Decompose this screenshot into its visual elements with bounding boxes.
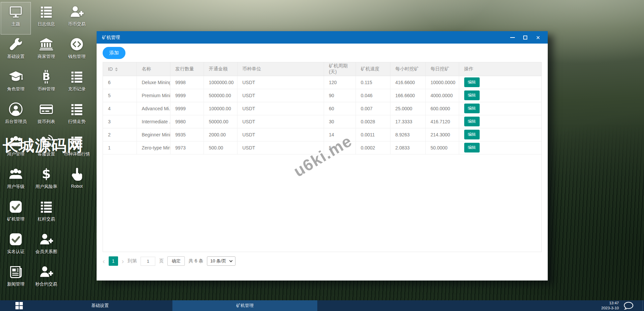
desktop-icon-coin-trade[interactable]: 币币交易	[62, 2, 92, 35]
current-page-button[interactable]: 1	[109, 256, 118, 266]
confirm-button[interactable]: 确定	[167, 256, 185, 266]
desktop-icon-second-contract[interactable]: 秒合约交易	[31, 262, 61, 295]
start-button[interactable]	[11, 300, 28, 311]
list-icon	[69, 134, 85, 149]
col-name: 名称	[137, 62, 170, 76]
dollar-icon	[39, 167, 54, 182]
edit-button[interactable]: 编辑	[464, 117, 480, 126]
page-size-select[interactable]: 10 条/页	[207, 256, 235, 266]
desktop-icon-merchant-mgmt[interactable]: 商家管理	[31, 35, 61, 67]
col-id[interactable]: ID	[103, 62, 137, 76]
prev-page-icon[interactable]: ‹	[103, 258, 105, 264]
desktop-icon-label: 基础设置	[7, 54, 24, 60]
maximize-icon	[523, 36, 527, 40]
table-header-row: ID 名称 发行数量 开通金额 币种单位 矿机周期(天) 矿机速度 每小时挖矿 …	[103, 62, 541, 76]
col-per-hour: 每小时挖矿	[390, 62, 425, 76]
desktop-icon-robot[interactable]: Robot	[62, 165, 92, 197]
person-circle-icon	[8, 102, 23, 117]
next-page-icon[interactable]: ›	[122, 258, 124, 264]
desktop-icon-basic-settings[interactable]: 基础设置	[1, 35, 31, 67]
desktop-icon-deposit-records[interactable]: 充币记录	[62, 67, 92, 100]
page-size-value: 10 条/页	[210, 258, 226, 264]
edit-button[interactable]: 编辑	[464, 90, 480, 100]
miner-table-container: ID 名称 发行数量 开通金额 币种单位 矿机周期(天) 矿机速度 每小时挖矿 …	[103, 62, 542, 252]
window-controls: ×	[506, 33, 548, 42]
desktop-icon-member-relation[interactable]: 会员关系图	[31, 230, 61, 262]
desktop-icon-label: 会员关系图	[36, 249, 57, 255]
wrench-icon	[8, 37, 23, 52]
maximize-button[interactable]	[519, 33, 532, 42]
desktop-icon-role-mgmt[interactable]: 角色管理	[1, 67, 31, 100]
taskbar: 基础设置 矿机管理 13:47 2023-3-10	[0, 300, 644, 311]
desktop-icon-label: 商家管理	[38, 54, 55, 60]
monitor-icon	[8, 4, 23, 19]
desktop-icon-theme[interactable]: 主题	[1, 2, 31, 35]
desktop-icon-label: 币种管理	[38, 86, 55, 92]
desktop-icon-admin-users[interactable]: 后台管理员	[1, 100, 31, 132]
desktop-icon-label: 日志信息	[38, 21, 55, 27]
desktop-icon-label: 钱包管理	[68, 54, 86, 60]
list-icon	[39, 199, 54, 214]
edit-button[interactable]: 编辑	[464, 77, 480, 87]
desktop-icon-leverage-trade[interactable]: 杠杆交易	[31, 197, 61, 230]
desktop-icon-label: 主题	[11, 21, 20, 27]
desktop-icon-grid: 主题 日志信息 币币交易 基础设置 商家管理 钱包管理 角色管理 币种管理 充币…	[1, 2, 92, 295]
edit-button[interactable]: 编辑	[464, 104, 480, 113]
desktop-icon-wallet-mgmt[interactable]: 钱包管理	[62, 35, 92, 67]
desktop-icon-customer-service[interactable]: 客服设置	[31, 132, 61, 165]
desktop-icon-market-trend[interactable]: 行情走势	[62, 100, 92, 132]
desktop-icon-coin-mgmt[interactable]: 币种管理	[31, 67, 61, 100]
clock-time: 13:47	[601, 301, 619, 306]
table-row: 6Deluxe Mining99981000000.00USDT1200.115…	[103, 76, 541, 89]
taskbar-tab-miner-mgmt[interactable]: 矿机管理	[172, 300, 317, 311]
edit-button[interactable]: 编辑	[464, 143, 480, 152]
table-row: 2Beginner Mini...99352000.00USDT140.0011…	[103, 128, 541, 141]
show-desktop-button[interactable]	[642, 300, 644, 311]
graduation-cap-icon	[8, 69, 23, 84]
desktop-icon-user-mgmt[interactable]: 用户管理	[1, 132, 31, 165]
pagination: ‹ 1 › 到第 页 确定 共 6 条 10 条/页	[103, 256, 542, 266]
minimize-button[interactable]	[506, 33, 519, 42]
desktop-icon-log-info[interactable]: 日志信息	[31, 2, 61, 35]
close-button[interactable]: ×	[532, 33, 544, 42]
bitcoin-icon	[39, 69, 54, 84]
window-body: 添加 ID 名称 发行数量 开通金额 币种单位 矿机周期(天)	[97, 44, 548, 281]
chat-icon[interactable]	[624, 302, 634, 310]
desktop-icon-label: 杠杆交易	[38, 216, 55, 222]
desktop-icon-label: 矿机管理	[7, 216, 24, 222]
desktop-icon-miner-mgmt[interactable]: 矿机管理	[1, 197, 31, 230]
users-icon	[8, 167, 23, 182]
desktop-icon-label: 行情走势	[68, 119, 86, 125]
miner-table: ID 名称 发行数量 开通金额 币种单位 矿机周期(天) 矿机速度 每小时挖矿 …	[103, 62, 541, 154]
chevron-down-icon	[229, 259, 232, 262]
sort-icon[interactable]	[115, 67, 118, 71]
user-plus-icon	[39, 264, 54, 279]
add-button[interactable]: 添加	[103, 47, 125, 59]
desktop-icon-news-mgmt[interactable]: 新闻管理	[1, 262, 31, 295]
taskbar-tab-basic-settings[interactable]: 基础设置	[28, 300, 172, 311]
col-open-amount: 开通金额	[204, 62, 237, 76]
check-square-icon	[8, 199, 23, 214]
desktop-icon-kyc[interactable]: 实名认证	[1, 230, 31, 262]
desktop-icon-label: 币币交易	[68, 21, 86, 27]
table-row: 3Intermediate ...998050000.00USDT300.002…	[103, 115, 541, 128]
bank-icon	[39, 37, 54, 52]
desktop-icon-label: Robot	[71, 184, 83, 189]
jump-suffix-label: 页	[159, 258, 164, 264]
table-row: 1Zero-type Min...9973500.00USDT50.00022.…	[103, 141, 541, 154]
desktop-icon-label: 充币记录	[68, 86, 86, 92]
desktop-icon-user-risk-rate[interactable]: 用户风险率	[31, 165, 61, 197]
table-row: 5Premium Mini...9999500000.00USDT900.046…	[103, 89, 541, 102]
desktop-icon-label: 客服设置	[38, 151, 55, 157]
window-titlebar[interactable]: 矿机管理 ×	[97, 31, 548, 44]
edit-button[interactable]: 编辑	[464, 130, 480, 139]
desktop-icon-label: 用户风险率	[36, 184, 57, 190]
desktop-icon-withdraw-list[interactable]: 提币列表	[31, 100, 61, 132]
page-jump-input[interactable]	[141, 257, 155, 266]
desktop-icon-user-level[interactable]: 用户等级	[1, 165, 31, 197]
desktop-icon-label: 用户等级	[7, 184, 24, 190]
check-square-icon	[8, 232, 23, 247]
desktop-icon-coin-detail-market[interactable]: 币种详细行情	[62, 132, 92, 165]
taskbar-clock[interactable]: 13:47 2023-3-10	[601, 301, 624, 311]
phone-icon	[39, 134, 54, 149]
